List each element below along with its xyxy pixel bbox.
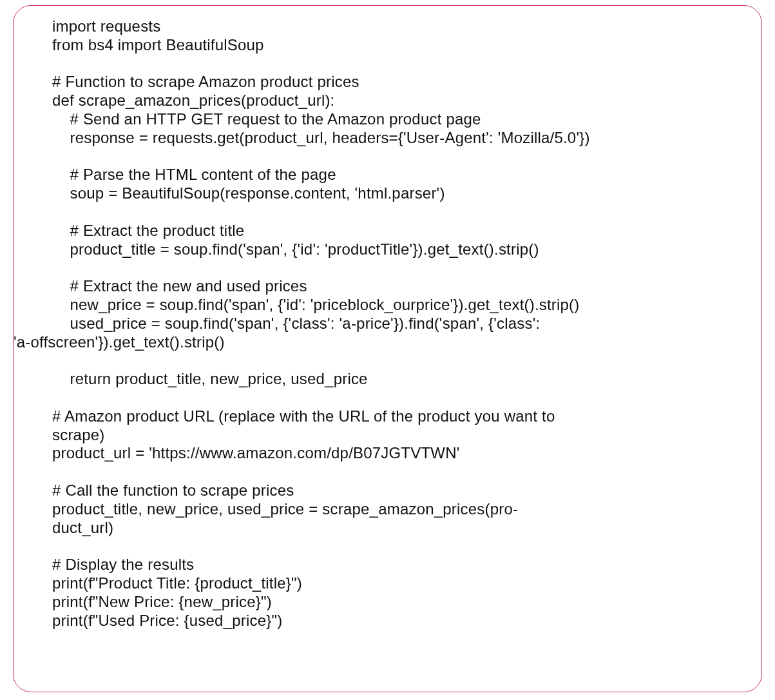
code-line: # Parse the HTML content of the page bbox=[52, 166, 336, 183]
code-container: import requests from bs4 import Beautifu… bbox=[13, 5, 762, 692]
code-line: # Display the results bbox=[52, 556, 194, 573]
code-line: # Call the function to scrape prices bbox=[52, 481, 294, 499]
code-block: import requests from bs4 import Beautifu… bbox=[52, 17, 743, 630]
code-line: def scrape_amazon_prices(product_url): bbox=[52, 92, 335, 109]
code-line: return product_title, new_price, used_pr… bbox=[52, 370, 368, 387]
code-line: response = requests.get(product_url, hea… bbox=[52, 129, 590, 146]
code-line: product_title, new_price, used_price = s… bbox=[52, 500, 518, 518]
code-line: product_title = soup.find('span', {'id':… bbox=[52, 240, 539, 258]
code-line: import requests bbox=[52, 17, 160, 35]
code-line: soup = BeautifulSoup(response.content, '… bbox=[52, 184, 445, 202]
code-line: new_price = soup.find('span', {'id': 'pr… bbox=[52, 296, 579, 313]
code-line: # Send an HTTP GET request to the Amazon… bbox=[52, 110, 481, 128]
code-line-wrap: 'a-offscreen'}).get_text().strip() bbox=[14, 333, 225, 351]
code-line-wrap: duct_url) bbox=[52, 519, 113, 536]
code-line: print(f"New Price: {new_price}") bbox=[52, 593, 272, 610]
code-line: print(f"Product Title: {product_title}") bbox=[52, 574, 302, 592]
code-line-wrap: scrape) bbox=[52, 426, 104, 443]
code-line: print(f"Used Price: {used_price}") bbox=[52, 612, 282, 629]
code-line: # Extract the new and used prices bbox=[52, 277, 307, 295]
code-line: # Function to scrape Amazon product pric… bbox=[52, 73, 359, 90]
code-line: used_price = soup.find('span', {'class':… bbox=[52, 315, 540, 332]
code-line: # Amazon product URL (replace with the U… bbox=[52, 407, 555, 425]
code-line: from bs4 import BeautifulSoup bbox=[52, 36, 264, 53]
code-line: # Extract the product title bbox=[52, 222, 244, 239]
code-line: product_url = 'https://www.amazon.com/dp… bbox=[52, 444, 459, 462]
